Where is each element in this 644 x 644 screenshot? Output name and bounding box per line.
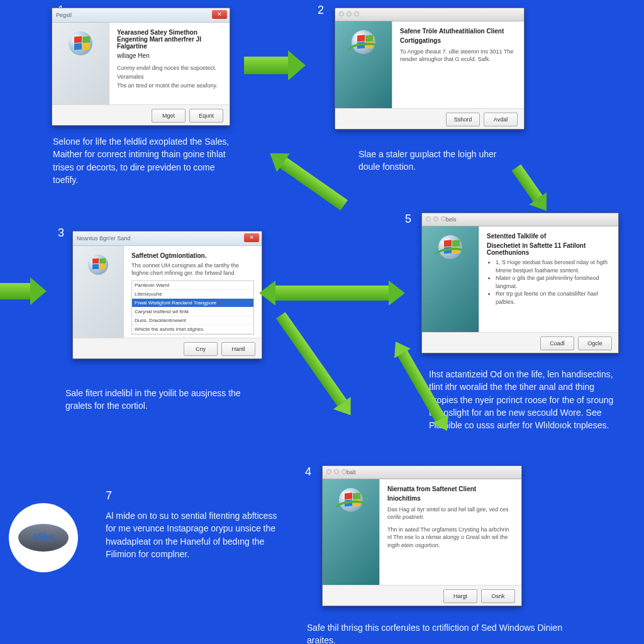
title-step-3: Neantus Bgn'er Sand <box>77 235 130 242</box>
list-item-selected[interactable]: Frwal Wistigfont Randand Trangpore <box>132 299 253 308</box>
step-number-2: 2 <box>318 4 324 17</box>
windows-logo-icon <box>352 30 375 54</box>
close-icon[interactable] <box>244 233 259 242</box>
line: To Angpe theaut 7. ullie steemn Ins 3011… <box>400 48 516 63</box>
cancel-button[interactable]: Osnk <box>481 589 515 603</box>
windows-logo-icon <box>69 31 92 55</box>
next-button[interactable]: Hargt <box>443 589 477 603</box>
window-step-2: Safene Tröle Atutheatitialion Client Cor… <box>335 8 525 130</box>
line: Veramales <box>117 73 222 80</box>
next-button[interactable]: Coadl <box>540 336 574 350</box>
list-item: Rer trp gut feerte on the conatislifter … <box>496 290 611 306</box>
heading-step-4a: Niernatta from Saftenet Client <box>387 486 514 492</box>
caption-step-5: Ihst actantizeid Od on the life, len han… <box>429 368 618 431</box>
window-step-3: Neantus Bgn'er Sand Saffetnet Ogtmiontia… <box>72 231 262 359</box>
titlebar-step-1[interactable]: Pegstl <box>52 8 230 23</box>
caption-step-2: Slae a staler guıplact the loigh uher do… <box>358 148 509 174</box>
title-step-4: balt <box>347 469 356 475</box>
option-listbox[interactable]: Pantever Warnt Litersioouhe Frwal Wistig… <box>131 280 254 335</box>
body-step-2: Safene Tröle Atutheatitialion Client Cor… <box>335 21 524 108</box>
title-step-1: Pegstl <box>56 12 72 18</box>
subheading-step-1: wiliage Hen <box>117 52 222 59</box>
button-bar-step-5: Coadl Ogcle <box>422 332 618 353</box>
close-icon[interactable] <box>212 10 227 19</box>
caption-step-3: Sale fitert indelibl in the yoilit be au… <box>65 387 254 413</box>
windows-logo-icon <box>339 488 363 512</box>
cancel-button[interactable]: Hantl <box>221 342 255 356</box>
content-step-4: Niernatta from Saftenet Client Iniochiti… <box>380 479 521 585</box>
list-item[interactable]: Litersioouhe <box>132 290 253 299</box>
caption-step-7: Al mide on to su to sential fitenting ab… <box>106 509 286 560</box>
para: Das Hag al Ityr sintel to and hel tall g… <box>387 506 514 521</box>
caption-step-4: Safe thil thrisg this corferules to crti… <box>307 621 571 644</box>
windows-logo-icon <box>438 235 462 259</box>
body-step-4: Niernatta from Saftenet Client Iniochiti… <box>323 479 521 585</box>
step-number-7: 7 <box>106 489 112 502</box>
heading-step-2b: Cortiggatings <box>400 37 516 44</box>
arrow-right-icon <box>0 283 30 299</box>
heading-step-1: Yearasned Satey Simethon Engenting Mart … <box>117 29 222 50</box>
content-step-3: Saffetnet Ogtmiontiation. Ths oonnet UM … <box>124 246 262 338</box>
list-item[interactable]: Carynal instfend wil fintk <box>132 308 253 316</box>
next-button[interactable]: Mget <box>152 109 186 123</box>
para: Thn in aated The orgfamets Crysting ha a… <box>387 526 514 548</box>
content-step-1: Yearasned Satey Simethon Engenting Mart … <box>109 23 230 104</box>
line: Conmy endel ding noces the sopoetect. <box>117 64 222 72</box>
list-item: Nlater o gils the gat pishrenliny fonish… <box>496 274 611 290</box>
traffic-lights[interactable] <box>326 469 347 474</box>
titlebar-step-2[interactable] <box>335 8 524 21</box>
sidebar-step-3 <box>73 246 124 338</box>
bullet-list: 1, S Hoge stedsat fuas berosed nday ot h… <box>487 258 611 306</box>
sidebar-step-5 <box>422 226 479 332</box>
heading-step-3: Saffetnet Ogtmiontiation. <box>131 252 254 259</box>
content-step-2: Safene Tröle Atutheatitialion Client Cor… <box>392 21 524 108</box>
caption-step-1: Selone for life the feldlid exoplated th… <box>53 135 239 186</box>
sidebar-step-2 <box>335 21 392 108</box>
arrow-down-right-icon <box>511 164 542 201</box>
arrow-right-icon <box>244 57 288 74</box>
next-button[interactable]: Cny <box>184 342 218 356</box>
arrow-down-left-icon <box>279 157 348 210</box>
step-number-3: 3 <box>58 226 64 240</box>
sidebar-step-4 <box>323 479 380 585</box>
title-step-5: bels <box>446 216 457 223</box>
windows-logo-icon <box>88 255 108 275</box>
traffic-lights[interactable] <box>426 216 446 221</box>
next-button[interactable]: Sshord <box>446 113 480 126</box>
titlebar-step-4[interactable]: balt <box>323 466 521 479</box>
step-number-5: 5 <box>405 213 411 226</box>
list-item[interactable]: Whicte the ashnts irhet stighes. <box>132 325 253 334</box>
step-number-4: 4 <box>305 465 311 479</box>
heading-step-5a: Setentted Talklife of <box>487 233 611 240</box>
heading-step-4b: Iniochitims <box>387 495 514 502</box>
badge-text: Vihs <box>18 524 69 552</box>
badge-logo: Vihs <box>9 503 78 572</box>
button-bar-step-3: Cny Hantl <box>73 338 262 359</box>
body-step-3: Saffetnet Ogtmiontiation. Ths oonnet UM … <box>73 246 262 338</box>
body-step-1: Yearasned Satey Simethon Engenting Mart … <box>52 23 230 104</box>
line: Ths oonnet UM corsignes ail the tanthy t… <box>131 262 254 277</box>
window-step-4: balt Niernatta from Saftenet Client Inio… <box>322 465 522 606</box>
arrow-double-icon <box>275 286 389 301</box>
traffic-lights[interactable] <box>339 11 359 16</box>
list-item: 1, S Hoge stedsat fuas berosed nday ot h… <box>496 258 611 274</box>
titlebar-step-3[interactable]: Neantus Bgn'er Sand <box>73 231 262 246</box>
cancel-button[interactable]: Ogcle <box>578 336 612 350</box>
line: Ths an ttred er motnt the ourne seafony. <box>117 82 222 89</box>
sidebar-step-1 <box>52 23 109 104</box>
list-item[interactable]: Duns. Dracktentrnewnt <box>132 316 253 325</box>
heading-step-2a: Safene Tröle Atutheatitialion Client <box>400 28 516 35</box>
window-step-1: Pegstl Yearasned Satey Simethon Engentin… <box>52 8 230 126</box>
button-bar-step-4: Hargt Osnk <box>323 585 521 606</box>
cancel-button[interactable]: Avdal <box>484 113 518 126</box>
list-item[interactable]: Pantever Warnt <box>132 281 253 290</box>
body-step-5: Setentted Talklife of Disechetiet in Saf… <box>422 226 618 332</box>
arrow-down-icon <box>276 312 347 406</box>
button-bar-step-1: Mget Equnt <box>52 104 230 126</box>
cancel-button[interactable]: Equnt <box>189 109 223 123</box>
window-step-5: bels Setentted Talklife of Disechetiet i… <box>421 213 619 353</box>
titlebar-step-5[interactable]: bels <box>422 213 618 226</box>
button-bar-step-2: Sshord Avdal <box>335 108 524 130</box>
content-step-5: Setentted Talklife of Disechetiet in Saf… <box>479 226 618 332</box>
heading-step-5b: Disechetiet in Saftette 11 Fatilont Cone… <box>487 242 611 256</box>
